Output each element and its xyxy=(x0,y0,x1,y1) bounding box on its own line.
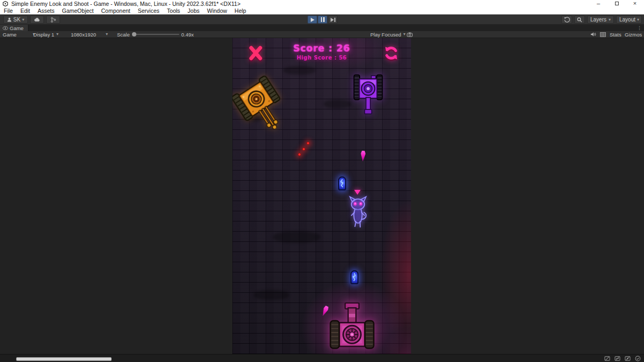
status-ok-icon[interactable] xyxy=(635,356,641,361)
minimize-icon: – xyxy=(597,1,600,6)
menu-item-services[interactable]: Services xyxy=(134,7,163,14)
version-control-button[interactable] xyxy=(46,16,60,24)
menu-bar: File Edit Assets GameObject Component Se… xyxy=(0,7,644,14)
branch-icon xyxy=(50,17,56,23)
search-button[interactable] xyxy=(574,16,585,24)
maximize-button[interactable] xyxy=(608,0,626,7)
layout-dropdown[interactable]: Layout ▾ xyxy=(616,16,642,24)
bullet-electric-blue xyxy=(338,176,346,190)
close-button[interactable]: × xyxy=(626,0,644,7)
chevron-down-icon: ▾ xyxy=(106,32,108,36)
unity-toolbar: SK ▾ xyxy=(0,14,644,25)
brick-shadow-patch xyxy=(324,100,352,108)
enemy-tank-magenta xyxy=(326,302,378,351)
screenshot-button[interactable] xyxy=(407,31,413,38)
chevron-down-icon: ▾ xyxy=(637,18,639,22)
scale-label: Scale xyxy=(117,32,130,38)
enemy-tank-orange xyxy=(232,71,294,141)
display-label: Display 1 xyxy=(33,32,54,38)
menu-item-assets[interactable]: Assets xyxy=(34,7,58,14)
stats-label: Stats xyxy=(610,32,621,38)
brick-shadow-patch xyxy=(254,290,289,300)
stats-button[interactable]: Stats xyxy=(610,31,621,38)
game-viewport[interactable]: Score : 26 High Score : 56 xyxy=(232,38,411,354)
account-label: SK xyxy=(13,17,20,23)
tab-game[interactable]: Game xyxy=(0,25,28,31)
bullet-electric-blue xyxy=(350,270,358,284)
step-button[interactable] xyxy=(328,16,338,24)
play-focused-dropdown[interactable]: Play Focused ▾ xyxy=(370,31,406,38)
vsync-button[interactable] xyxy=(600,31,606,38)
bullet-red xyxy=(306,142,310,145)
search-icon xyxy=(577,17,582,23)
tab-game-label: Game xyxy=(10,25,24,31)
bullet-red xyxy=(302,147,305,151)
menu-item-edit[interactable]: Edit xyxy=(17,7,34,14)
console-error-icon[interactable] xyxy=(625,356,631,361)
menu-item-window[interactable]: Window xyxy=(203,7,231,14)
step-icon xyxy=(331,18,335,22)
corner-glow xyxy=(383,328,411,354)
play-focused-label: Play Focused xyxy=(370,32,401,38)
minimize-button[interactable]: – xyxy=(589,0,608,7)
close-icon: × xyxy=(633,1,636,6)
brick-shadow-patch xyxy=(273,231,320,243)
resolution-dropdown[interactable]: 1080x1920 ▾ xyxy=(71,31,108,38)
account-dropdown[interactable]: SK ▾ xyxy=(3,16,28,24)
pause-icon xyxy=(321,17,325,22)
red-edge-glow xyxy=(380,199,411,349)
console-info-icon[interactable] xyxy=(604,356,610,361)
menu-item-tools[interactable]: Tools xyxy=(163,7,184,14)
game-view-mode-dropdown[interactable]: Game ▾ xyxy=(3,31,35,38)
kebab-menu-icon: ⋮ xyxy=(637,25,642,31)
layers-dropdown[interactable]: Layers ▾ xyxy=(587,16,614,24)
player-indicator-arrow xyxy=(354,190,361,195)
scale-value: 0.49x xyxy=(181,32,194,38)
menu-item-gameobject[interactable]: GameObject xyxy=(58,7,98,14)
unity-logo-icon xyxy=(3,1,8,6)
restart-button[interactable] xyxy=(383,45,399,61)
cloud-icon xyxy=(34,18,40,22)
panel-tab-strip: Game ⋮ xyxy=(0,25,644,31)
layout-label: Layout xyxy=(619,17,635,23)
status-bar xyxy=(0,354,644,362)
speaker-icon xyxy=(590,32,596,37)
scale-slider[interactable] xyxy=(132,34,179,35)
window-titlebar: Simple Enemy Look and Shoot - Game - Win… xyxy=(0,0,644,7)
bullet-red xyxy=(298,153,301,156)
undo-history-button[interactable] xyxy=(561,16,572,24)
menu-item-help[interactable]: Help xyxy=(231,7,250,14)
play-icon xyxy=(311,18,314,22)
menu-item-jobs[interactable]: Jobs xyxy=(184,7,203,14)
status-scrollbar[interactable] xyxy=(16,357,112,361)
play-button[interactable] xyxy=(308,16,317,24)
resolution-label: 1080x1920 xyxy=(71,32,96,38)
mute-audio-button[interactable] xyxy=(590,31,596,38)
maximize-icon xyxy=(615,2,619,5)
chevron-down-icon: ▾ xyxy=(56,32,58,36)
status-icons xyxy=(604,356,641,361)
scale-slider-knob[interactable] xyxy=(132,32,136,36)
view-mode-label: Game xyxy=(3,32,17,38)
restart-cycle-icon xyxy=(383,45,399,61)
console-warning-icon[interactable] xyxy=(614,356,620,361)
pause-button[interactable] xyxy=(318,16,327,24)
menu-item-component[interactable]: Component xyxy=(97,7,134,14)
player-cat xyxy=(346,196,370,229)
tab-overflow-menu[interactable]: ⋮ xyxy=(637,25,642,31)
display-dropdown[interactable]: Display 1 ▾ xyxy=(33,31,58,38)
game-view-toolbar: Game ▾ Display 1 ▾ 1080x1920 ▾ Scale 0.4… xyxy=(0,31,644,38)
camera-icon xyxy=(407,32,413,37)
menu-item-file[interactable]: File xyxy=(0,7,17,14)
layers-label: Layers xyxy=(590,17,606,23)
brick-shadow-patch xyxy=(283,66,316,75)
gizmos-dropdown[interactable]: Gizmos ▾ xyxy=(625,31,644,38)
game-view-icon xyxy=(3,26,8,30)
unity-editor-window: Simple Enemy Look and Shoot - Game - Win… xyxy=(0,0,644,362)
quit-button[interactable] xyxy=(247,45,264,61)
lightning-detail xyxy=(352,272,357,282)
projectile-magenta xyxy=(360,151,365,161)
cloud-button[interactable] xyxy=(30,16,44,24)
scale-control: Scale 0.49x xyxy=(117,31,194,38)
chevron-down-icon: ▾ xyxy=(609,18,611,22)
